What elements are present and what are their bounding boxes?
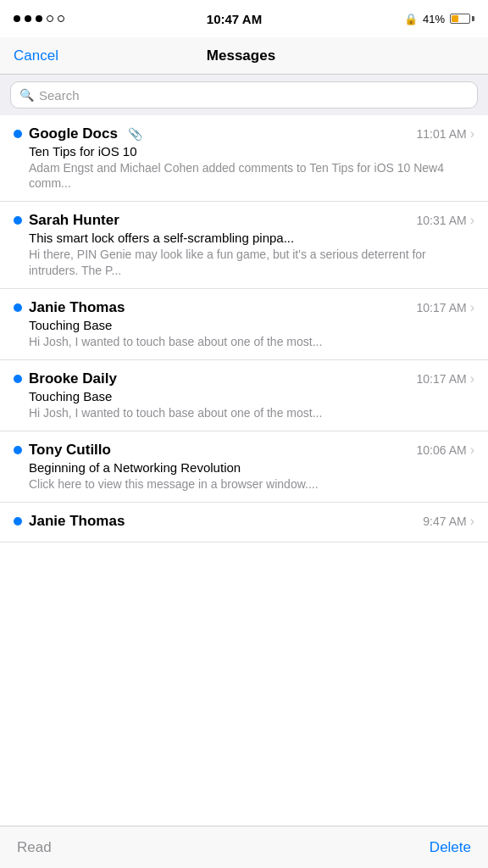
messages-list: Google Docs 📎 11:01 AM › Ten Tips for iO… [0, 115, 488, 542]
message-time: 10:06 AM [417, 443, 467, 457]
chevron-right-icon: › [470, 442, 474, 458]
message-header: Janie Thomas 10:17 AM › [14, 299, 474, 316]
cancel-button[interactable]: Cancel [14, 47, 58, 64]
signal-dot-2 [25, 15, 31, 22]
sender-row: Sarah Hunter [14, 212, 119, 229]
signal-dot-3 [36, 15, 42, 22]
signal-indicators [14, 15, 64, 22]
sender-row: Janie Thomas [14, 299, 125, 316]
message-preview: Adam Engst and Michael Cohen added comme… [29, 160, 474, 191]
message-sender: Google Docs [29, 125, 118, 142]
nav-bar: Cancel Messages [0, 37, 488, 75]
unread-dot [14, 446, 22, 454]
chevron-right-icon: › [470, 126, 474, 142]
search-icon: 🔍 [19, 88, 34, 102]
message-time: 9:47 AM [423, 515, 466, 528]
time-row: 10:31 AM › [417, 213, 474, 228]
message-sender: Brooke Daily [29, 370, 117, 387]
message-subject: Ten Tips for iOS 10 [29, 144, 474, 159]
status-time: 10:47 AM [207, 12, 262, 26]
message-subject: Beginning of a Networking Revolution [29, 460, 474, 475]
signal-dot-4 [47, 15, 53, 22]
bottom-bar: Read Delete [0, 826, 488, 868]
chevron-right-icon: › [470, 300, 474, 315]
attachment-icon: 📎 [128, 127, 142, 141]
unread-dot [14, 517, 22, 526]
message-preview: Hi there, PIN Genie may look like a fun … [29, 247, 474, 277]
time-row: 10:17 AM › [417, 300, 474, 315]
message-sender: Janie Thomas [29, 513, 125, 530]
unread-dot [14, 130, 22, 138]
time-row: 10:06 AM › [417, 442, 474, 458]
time-row: 9:47 AM › [423, 514, 474, 529]
signal-dot-5 [58, 15, 64, 22]
page-title: Messages [207, 47, 275, 64]
search-placeholder: Search [39, 88, 80, 103]
message-sender: Tony Cutillo [29, 442, 111, 459]
sender-row: Tony Cutillo [14, 442, 111, 459]
status-right: 🔒 41% [404, 13, 474, 25]
time-row: 10:17 AM › [417, 371, 474, 387]
message-time: 11:01 AM [417, 127, 467, 141]
message-header: Tony Cutillo 10:06 AM › [14, 442, 474, 459]
search-bar-container: 🔍 Search [0, 75, 488, 115]
message-item[interactable]: Google Docs 📎 11:01 AM › Ten Tips for iO… [0, 115, 488, 202]
status-bar: 10:47 AM 🔒 41% [0, 0, 488, 37]
message-item[interactable]: Brooke Daily 10:17 AM › Touching Base Hi… [0, 360, 488, 431]
battery-percent: 41% [423, 13, 445, 25]
message-subject: Touching Base [29, 389, 474, 403]
message-item[interactable]: Sarah Hunter 10:31 AM › This smart lock … [0, 202, 488, 288]
message-subject: This smart lock offers a self-scrambling… [29, 231, 474, 245]
message-preview: Click here to view this message in a bro… [29, 476, 474, 492]
chevron-right-icon: › [470, 371, 474, 387]
message-subject: Touching Base [29, 318, 474, 332]
message-time: 10:17 AM [417, 301, 467, 314]
time-row: 11:01 AM › [417, 126, 474, 142]
message-sender: Janie Thomas [29, 299, 125, 316]
message-header: Sarah Hunter 10:31 AM › [14, 212, 474, 229]
unread-dot [14, 375, 22, 383]
battery-fill [452, 15, 458, 22]
message-header: Janie Thomas 9:47 AM › [14, 513, 474, 530]
chevron-right-icon: › [470, 514, 474, 529]
search-bar[interactable]: 🔍 Search [10, 81, 478, 108]
battery-body [450, 14, 470, 24]
message-preview: Hi Josh, I wanted to touch base about on… [29, 405, 474, 420]
message-time: 10:31 AM [417, 214, 467, 227]
sender-row: Janie Thomas [14, 513, 125, 530]
sender-row: Google Docs 📎 [14, 125, 142, 142]
delete-button[interactable]: Delete [430, 839, 471, 856]
signal-dot-1 [14, 15, 20, 22]
message-header: Google Docs 📎 11:01 AM › [14, 125, 474, 142]
message-header: Brooke Daily 10:17 AM › [14, 370, 474, 387]
battery-icon [450, 14, 474, 24]
message-item[interactable]: Tony Cutillo 10:06 AM › Beginning of a N… [0, 431, 488, 503]
message-item[interactable]: Janie Thomas 10:17 AM › Touching Base Hi… [0, 289, 488, 360]
message-item[interactable]: Janie Thomas 9:47 AM › [0, 503, 488, 542]
unread-dot [14, 216, 22, 225]
lock-icon: 🔒 [404, 13, 418, 25]
read-button[interactable]: Read [17, 839, 52, 856]
message-preview: Hi Josh, I wanted to touch base about on… [29, 334, 474, 349]
sender-row: Brooke Daily [14, 370, 117, 387]
unread-dot [14, 303, 22, 312]
message-time: 10:17 AM [417, 372, 467, 386]
chevron-right-icon: › [470, 213, 474, 228]
message-sender: Sarah Hunter [29, 212, 119, 229]
battery-tip [472, 16, 474, 21]
